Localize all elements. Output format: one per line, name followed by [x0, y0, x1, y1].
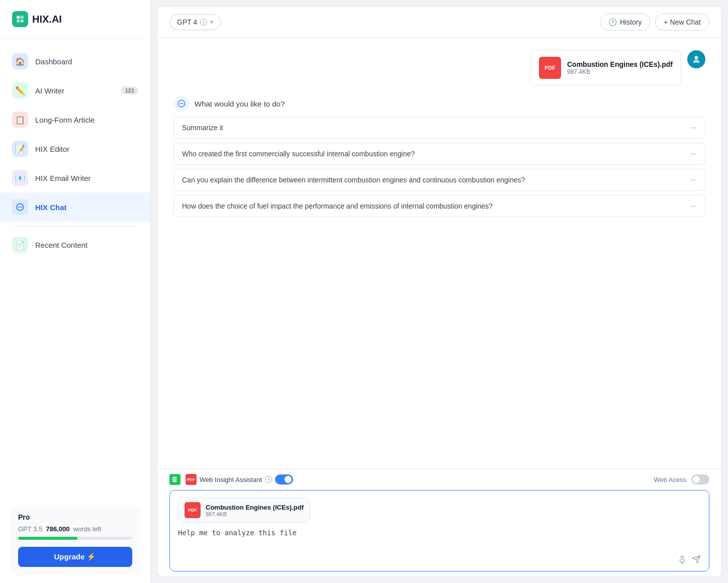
nav-menu: 🏠 Dashboard ✏️ AI Writer 121 📋 Long-Form…	[0, 39, 150, 497]
chip-pdf-icon: PDF	[185, 502, 201, 518]
sidebar: HIX.AI 🏠 Dashboard ✏️ AI Writer 121 📋 Lo…	[0, 0, 151, 583]
sidebar-item-label: Dashboard	[35, 57, 72, 66]
pro-words: GPT 3.5 786,000 words left	[18, 525, 132, 533]
hix-chat-icon	[12, 199, 28, 215]
ai-writer-icon: ✏️	[12, 82, 28, 99]
suggestion-text-2: Can you explain the difference between i…	[182, 176, 525, 184]
chat-input[interactable]	[178, 528, 701, 549]
logo-area: HIX.AI	[0, 0, 150, 39]
sidebar-item-label: HIX Editor	[35, 145, 69, 153]
svg-point-11	[181, 103, 182, 104]
bot-avatar	[173, 95, 190, 112]
svg-point-6	[20, 207, 21, 208]
insight-toggle[interactable]	[275, 474, 293, 484]
gpt-version: GPT 3.5	[18, 525, 42, 533]
insight-pdf-icon: PDF	[186, 474, 197, 485]
chat-area: PDF Combustion Engines (ICEs).pdf 987.4K…	[157, 38, 721, 468]
svg-point-5	[18, 207, 19, 208]
sidebar-item-label: HIX Chat	[35, 203, 67, 212]
history-icon: 🕐	[608, 18, 617, 26]
progress-bar-bg	[18, 537, 132, 540]
svg-point-7	[21, 207, 22, 208]
footer-toolbar: PDF Web Insight Assistant i Web Acess	[169, 474, 709, 485]
pro-label: Pro	[18, 513, 132, 521]
sidebar-item-recent[interactable]: 📄 Recent Content	[0, 230, 150, 259]
suggestion-text-1: Who created the first commercially succe…	[182, 150, 415, 158]
microphone-button[interactable]	[678, 555, 687, 564]
logo-text: HIX.AI	[32, 14, 62, 25]
svg-rect-2	[17, 20, 20, 23]
web-access-toggle[interactable]	[691, 474, 709, 484]
suggestion-item-0[interactable]: Summarize it →	[173, 117, 705, 139]
nav-divider	[12, 226, 138, 226]
arrow-icon-2: →	[689, 175, 697, 184]
suggestion-list: Summarize it → Who created the first com…	[173, 117, 705, 217]
svg-point-12	[183, 103, 184, 104]
chip-size: 987.4KB	[206, 511, 304, 517]
arrow-icon-0: →	[689, 123, 697, 132]
words-left: 786,000	[46, 525, 69, 533]
chat-header: GPT 4 i ▾ 🕐 History + New Chat	[157, 7, 721, 38]
sidebar-item-label: Long-Form Article	[35, 116, 95, 124]
chat-panel: GPT 4 i ▾ 🕐 History + New Chat PDF Combu…	[157, 6, 722, 577]
sidebar-item-long-form[interactable]: 📋 Long-Form Article	[0, 105, 150, 134]
history-button[interactable]: 🕐 History	[600, 14, 651, 31]
attached-file-chip: PDF Combustion Engines (ICEs).pdf 987.4K…	[178, 498, 310, 523]
chat-footer: PDF Web Insight Assistant i Web Acess PD…	[157, 468, 721, 576]
progress-bar-fill	[18, 537, 77, 540]
pdf-info: Combustion Engines (ICEs).pdf 987.4KB	[567, 60, 673, 75]
svg-rect-17	[681, 556, 684, 560]
logo-icon	[12, 11, 28, 27]
svg-point-3	[21, 20, 24, 23]
svg-rect-1	[21, 16, 24, 19]
sidebar-item-ai-writer[interactable]: ✏️ AI Writer 121	[0, 76, 150, 105]
suggestion-text-3: How does the choice of fuel impact the p…	[182, 202, 493, 210]
svg-point-8	[695, 56, 698, 59]
insight-label: Web Insight Assistant	[200, 476, 262, 483]
suggestion-item-1[interactable]: Who created the first commercially succe…	[173, 143, 705, 165]
pro-box: Pro GPT 3.5 786,000 words left Upgrade ⚡	[10, 505, 140, 575]
doc-icon	[169, 474, 180, 485]
dashboard-icon: 🏠	[12, 53, 28, 69]
sidebar-item-label: AI Writer	[35, 86, 64, 95]
hix-email-icon: 📧	[12, 170, 28, 186]
svg-point-10	[179, 103, 180, 104]
hix-editor-icon: 📝	[12, 141, 28, 157]
sidebar-item-hix-chat[interactable]: HIX Chat	[0, 192, 150, 222]
sidebar-item-dashboard[interactable]: 🏠 Dashboard	[0, 47, 150, 76]
words-suffix: words left	[73, 525, 102, 533]
insight-info-icon: i	[265, 476, 272, 483]
new-chat-button[interactable]: + New Chat	[655, 14, 709, 31]
pdf-name: Combustion Engines (ICEs).pdf	[567, 60, 673, 68]
pdf-attachment: PDF Combustion Engines (ICEs).pdf 987.4K…	[530, 50, 681, 85]
chevron-down-icon: ▾	[210, 19, 213, 26]
chip-info: Combustion Engines (ICEs).pdf 987.4KB	[206, 504, 304, 517]
info-icon: i	[200, 19, 207, 26]
pdf-size: 987.4KB	[567, 68, 673, 75]
gpt-selector[interactable]: GPT 4 i ▾	[169, 14, 221, 30]
chip-name: Combustion Engines (ICEs).pdf	[206, 504, 304, 511]
sidebar-item-hix-editor[interactable]: 📝 HIX Editor	[0, 134, 150, 163]
bot-question-text: What would you like to do?	[195, 100, 285, 108]
arrow-icon-3: →	[689, 202, 697, 211]
new-chat-label: + New Chat	[664, 18, 701, 26]
input-box[interactable]: PDF Combustion Engines (ICEs).pdf 987.4K…	[169, 490, 709, 571]
upgrade-button[interactable]: Upgrade ⚡	[18, 547, 132, 567]
user-avatar	[687, 50, 705, 68]
ai-writer-badge: 121	[121, 86, 138, 94]
bot-question: What would you like to do?	[173, 95, 705, 112]
insight-badge: PDF Web Insight Assistant i	[186, 474, 293, 485]
send-button[interactable]	[692, 555, 701, 564]
svg-rect-0	[17, 16, 20, 19]
arrow-icon-1: →	[689, 149, 697, 158]
sidebar-item-hix-email[interactable]: 📧 HIX Email Writer	[0, 163, 150, 192]
suggestion-text-0: Summarize it	[182, 124, 223, 132]
suggestion-item-2[interactable]: Can you explain the difference between i…	[173, 169, 705, 191]
history-label: History	[620, 18, 642, 26]
user-message-row: PDF Combustion Engines (ICEs).pdf 987.4K…	[173, 50, 705, 85]
sidebar-item-label: HIX Email Writer	[35, 174, 91, 182]
suggestion-item-3[interactable]: How does the choice of fuel impact the p…	[173, 195, 705, 217]
recent-icon: 📄	[12, 237, 28, 253]
input-actions	[178, 555, 701, 564]
bot-message-row: What would you like to do? Summarize it …	[173, 95, 705, 217]
